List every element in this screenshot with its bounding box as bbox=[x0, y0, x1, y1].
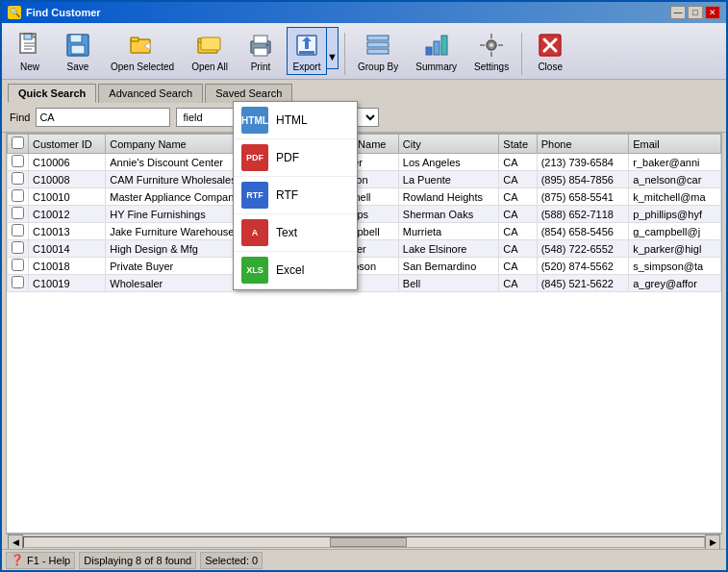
svg-rect-13 bbox=[254, 48, 267, 56]
cell-city-2: Rowland Heights bbox=[398, 188, 499, 206]
customers-table: Customer ID Company Name First Name Last… bbox=[7, 134, 721, 292]
tab-quick-search[interactable]: Quick Search bbox=[8, 84, 96, 103]
cell-id-3: C10012 bbox=[29, 206, 106, 223]
scroll-track[interactable] bbox=[23, 536, 705, 548]
title-bar: 🔍 Find Customer — □ ✕ bbox=[2, 2, 726, 23]
horizontal-scrollbar[interactable]: ◀ ▶ bbox=[6, 534, 722, 549]
close-button[interactable]: ✕ bbox=[705, 6, 720, 19]
new-label: New bbox=[20, 62, 39, 72]
table-row[interactable]: C10019WholesalerAnthonyGreyBellCA(845) 5… bbox=[8, 275, 721, 292]
table-container: Customer ID Company Name First Name Last… bbox=[6, 133, 722, 534]
save-label: Save bbox=[67, 62, 89, 72]
svg-rect-25 bbox=[490, 34, 492, 38]
rtf-label: RTF bbox=[276, 188, 298, 202]
toolbar-sep-2 bbox=[521, 33, 522, 75]
table-row[interactable]: C10012HY Fine FurnishingsPaulPhillipsShe… bbox=[8, 206, 721, 223]
close-toolbar-button[interactable]: Close bbox=[528, 27, 572, 75]
export-rtf-item[interactable]: RTF RTF bbox=[234, 177, 357, 214]
row-check-6 bbox=[8, 258, 29, 275]
summary-icon bbox=[421, 30, 452, 61]
table-row[interactable]: C10006Annie's Discount CenterRichardBake… bbox=[8, 154, 721, 171]
minimize-button[interactable]: — bbox=[670, 6, 686, 19]
row-checkbox-6[interactable] bbox=[12, 259, 24, 271]
th-check bbox=[8, 135, 29, 154]
xls-icon: XLS bbox=[241, 257, 268, 284]
row-check-7 bbox=[8, 275, 29, 292]
main-window: 🔍 Find Customer — □ ✕ New Save Open Se bbox=[0, 0, 728, 572]
svg-rect-16 bbox=[299, 51, 314, 54]
cell-id-1: C10008 bbox=[29, 171, 106, 188]
row-checkbox-2[interactable] bbox=[12, 189, 24, 202]
row-checkbox-0[interactable] bbox=[12, 155, 24, 167]
maximize-button[interactable]: □ bbox=[688, 6, 703, 19]
summary-button[interactable]: Summary bbox=[409, 27, 464, 75]
th-state: State bbox=[499, 135, 537, 154]
cell-id-2: C10010 bbox=[29, 188, 106, 206]
th-customer-id: Customer ID bbox=[29, 135, 106, 154]
open-selected-button[interactable]: Open Selected bbox=[104, 27, 181, 75]
svg-rect-19 bbox=[367, 49, 389, 54]
svg-rect-12 bbox=[254, 36, 267, 43]
close-toolbar-label: Close bbox=[538, 62, 563, 72]
new-button[interactable]: New bbox=[8, 27, 52, 75]
row-checkbox-7[interactable] bbox=[12, 276, 24, 288]
th-city: City bbox=[398, 135, 499, 154]
window-title: Find Customer bbox=[26, 7, 101, 18]
settings-label: Settings bbox=[474, 62, 509, 72]
open-all-label: Open All bbox=[191, 62, 228, 72]
cell-email-0: r_baker@anni bbox=[629, 154, 721, 171]
svg-rect-27 bbox=[480, 44, 485, 46]
table-row[interactable]: C10013Jake Furniture WarehouseGeorgeCamp… bbox=[8, 223, 721, 240]
export-html-item[interactable]: HTML HTML bbox=[234, 102, 357, 139]
export-text-item[interactable]: A Text bbox=[234, 214, 357, 252]
tab-saved-search[interactable]: Saved Search bbox=[205, 84, 292, 103]
tab-advanced-search[interactable]: Advanced Search bbox=[98, 84, 203, 103]
export-pdf-item[interactable]: PDF PDF bbox=[234, 139, 357, 177]
scroll-left-button[interactable]: ◀ bbox=[8, 535, 23, 550]
cell-id-6: C10018 bbox=[29, 258, 106, 275]
toolbar-sep-1 bbox=[344, 33, 345, 75]
table-row[interactable]: C10010Master Appliance CompanyKaitlynMit… bbox=[8, 188, 721, 206]
row-checkbox-4[interactable] bbox=[12, 224, 24, 236]
cell-state-5: CA bbox=[499, 240, 537, 258]
group-by-icon bbox=[363, 30, 393, 61]
selected-status: Selected: 0 bbox=[200, 552, 263, 569]
export-excel-item[interactable]: XLS Excel bbox=[234, 252, 357, 289]
rtf-icon: RTF bbox=[241, 182, 268, 209]
row-checkbox-1[interactable] bbox=[12, 172, 24, 185]
export-button[interactable]: Export bbox=[287, 27, 327, 75]
export-dropdown-menu: HTML HTML PDF PDF RTF RTF A Text XLS E bbox=[233, 101, 358, 290]
export-dropdown-arrow[interactable]: ▼ bbox=[327, 27, 339, 69]
cell-phone-4: (854) 658-5456 bbox=[537, 223, 629, 240]
cell-city-6: San Bernardino bbox=[398, 258, 499, 275]
scroll-thumb[interactable] bbox=[330, 537, 407, 547]
row-checkbox-5[interactable] bbox=[12, 241, 24, 254]
find-label: Find bbox=[10, 112, 30, 123]
cell-city-4: Murrieta bbox=[398, 223, 499, 240]
text-label: Text bbox=[276, 226, 297, 239]
cell-phone-1: (895) 854-7856 bbox=[537, 171, 629, 188]
scroll-right-button[interactable]: ▶ bbox=[705, 535, 720, 550]
export-icon bbox=[291, 30, 322, 61]
print-button[interactable]: Print bbox=[238, 27, 283, 75]
table-row[interactable]: C10018Private BuyerShirleySimpsonSan Ber… bbox=[8, 258, 721, 275]
row-check-1 bbox=[8, 171, 29, 188]
row-checkbox-3[interactable] bbox=[12, 207, 24, 219]
svg-rect-21 bbox=[434, 41, 439, 55]
select-all-checkbox[interactable] bbox=[12, 137, 24, 149]
found-status: Displaying 8 of 8 found bbox=[79, 552, 196, 569]
row-check-2 bbox=[8, 188, 29, 206]
settings-button[interactable]: Settings bbox=[467, 27, 515, 75]
open-all-button[interactable]: Open All bbox=[185, 27, 235, 75]
cell-city-3: Sherman Oaks bbox=[398, 206, 499, 223]
table-header-row: Customer ID Company Name First Name Last… bbox=[8, 135, 721, 154]
group-by-button[interactable]: Group By bbox=[351, 27, 405, 75]
svg-rect-22 bbox=[441, 36, 447, 55]
save-button[interactable]: Save bbox=[56, 27, 100, 75]
settings-icon bbox=[476, 30, 507, 61]
close-icon bbox=[535, 30, 565, 61]
find-input[interactable] bbox=[36, 108, 170, 127]
table-row[interactable]: C10014High Design & MfgJamesParkerLake E… bbox=[8, 240, 721, 258]
table-row[interactable]: C10008CAM Furniture Wholesales,AshleyNel… bbox=[8, 171, 721, 188]
svg-point-24 bbox=[490, 43, 493, 47]
